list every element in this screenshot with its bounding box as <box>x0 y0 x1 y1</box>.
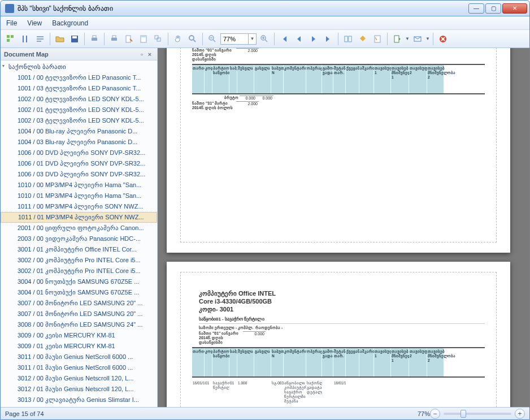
minimize-button[interactable]: — <box>468 3 484 14</box>
scale-icon[interactable] <box>151 32 165 46</box>
menu-file[interactable]: File <box>6 19 17 27</box>
svg-point-17 <box>189 36 194 40</box>
statusbar: Page 15 of 74 77% − + <box>1 407 529 419</box>
tree-item[interactable]: 3012 / 00 მაუსი Genius Netscroll 120, L.… <box>1 373 157 384</box>
svg-rect-2 <box>11 35 14 38</box>
page-setup-icon[interactable] <box>122 32 136 46</box>
magnifier-icon[interactable] <box>186 32 199 46</box>
tree-item[interactable]: 1002 / 00 ტელევიზორი LED SONY KDL-5... <box>1 94 157 105</box>
close-panel-icon[interactable]: × <box>146 51 154 58</box>
svg-rect-11 <box>112 36 116 38</box>
zoom-label: 77% <box>418 410 430 417</box>
docmap-icon[interactable] <box>33 32 47 46</box>
svg-rect-1 <box>7 39 10 42</box>
tree-item[interactable]: 1001 / 00 ტელევიზორი LED Panasonic T... <box>1 72 157 83</box>
zoom-out-button[interactable]: − <box>430 409 440 419</box>
email-icon[interactable] <box>411 32 424 46</box>
export-icon[interactable] <box>390 32 404 46</box>
page-15: კომპიუტერი Office INTEL Core i3-4330/4GB… <box>167 262 510 407</box>
hand-tool-icon[interactable] <box>171 32 185 46</box>
tree-item[interactable]: 3009 / 01 კეისი MERCURY KM-81 <box>1 341 157 352</box>
tree-item[interactable]: 1001 / 03 ტელევიზორი LED Panasonic T... <box>1 83 157 94</box>
tree-item[interactable]: 3007 / 00 მონიტორი LED SAMSUNG 20" ... <box>1 298 157 309</box>
tree-item[interactable]: 1006 / 01 DVD პლეიერი SONY DVP-SR32... <box>1 158 157 169</box>
find-icon[interactable] <box>19 32 32 46</box>
tree-item[interactable]: 1010 / 01 MP3/MP4 პლეიერი Hama "San... <box>1 190 157 201</box>
menubar: File View Background <box>1 16 529 30</box>
tree-item[interactable]: 3012 / 01 მაუსი Genius Netscroll 120, L.… <box>1 384 157 395</box>
multipage-icon[interactable] <box>341 32 355 46</box>
tree-item[interactable]: 3007 / 01 მონიტორი LED SAMSUNG 20" ... <box>1 309 157 319</box>
tree-item[interactable]: 3002 / 00 კომპიუტერი Pro INTEL Core i5..… <box>1 255 157 266</box>
tree-item[interactable]: 2001 / 00 ციფრული ფოტოკამერა Canon... <box>1 223 157 233</box>
zoom-combo[interactable]: 77%▼ <box>220 33 257 45</box>
svg-rect-5 <box>37 41 41 42</box>
svg-rect-9 <box>93 36 96 38</box>
menu-background[interactable]: Background <box>52 19 88 27</box>
svg-rect-22 <box>375 36 380 42</box>
tree-item[interactable]: 1002 / 01 ტელევიზორი LED SONY KDL-5... <box>1 105 157 115</box>
svg-rect-4 <box>37 38 44 40</box>
print-icon[interactable] <box>88 32 101 46</box>
tree-item[interactable]: 3002 / 01 კომპიუტერი Pro INTEL Core i5..… <box>1 266 157 276</box>
open-icon[interactable] <box>53 32 67 46</box>
tree-item[interactable]: 1006 / 00 DVD პლეიერი SONY DVP-SR32... <box>1 148 157 158</box>
tree-item[interactable]: 1006 / 03 DVD პლეიერი SONY DVP-SR32... <box>1 169 157 180</box>
color-icon[interactable] <box>356 32 370 46</box>
window-title: შპს "სხივი" საქონლის ბარათი <box>18 5 468 12</box>
svg-rect-12 <box>126 36 131 42</box>
svg-rect-16 <box>157 38 160 41</box>
app-icon <box>5 4 14 13</box>
document-tree[interactable]: საქონლის ბარათი 1001 / 00 ტელევიზორი LED… <box>1 60 157 407</box>
chevron-down-icon[interactable]: ▼ <box>248 34 256 44</box>
svg-rect-14 <box>141 36 146 37</box>
tree-item[interactable]: 3009 / 00 კეისი MERCURY KM-81 <box>1 330 157 341</box>
prev-page-icon[interactable] <box>292 32 306 46</box>
svg-rect-0 <box>7 35 10 38</box>
document-map-panel: Document Map ▫ × საქონლის ბარათი 1001 / … <box>1 48 158 407</box>
pin-icon[interactable]: ▫ <box>138 51 146 58</box>
maximize-button[interactable]: ▢ <box>485 3 501 14</box>
svg-rect-20 <box>345 36 347 42</box>
slider-thumb[interactable] <box>461 410 466 418</box>
first-page-icon[interactable] <box>277 32 291 46</box>
tree-item[interactable]: 1004 / 03 Blu-ray პლეიერი Panasonic D... <box>1 137 157 148</box>
save-icon[interactable] <box>68 32 81 46</box>
tree-item[interactable]: 3011 / 01 მაუსი Genius NetScroll 6000 ..… <box>1 362 157 373</box>
tree-item[interactable]: 1002 / 03 ტელევიზორი LED SONY KDL-5... <box>1 115 157 126</box>
tree-root[interactable]: საქონლის ბარათი <box>1 62 157 72</box>
close-button[interactable]: ✕ <box>502 3 527 14</box>
print-preview-icon[interactable] <box>107 32 121 46</box>
header-footer-icon[interactable] <box>137 32 150 46</box>
zoom-out-icon[interactable] <box>206 32 219 46</box>
preview-area[interactable]: ნაშთი "01" იანვარი 2014წ. დღის დასაწყისშ… <box>158 48 529 407</box>
tree-item[interactable]: 3001 / 01 კომპიუტერი Office INTEL Cor... <box>1 244 157 255</box>
svg-rect-21 <box>349 36 351 42</box>
product-code: კოდი- 3001 <box>199 305 485 313</box>
thumbnails-icon[interactable] <box>4 32 18 46</box>
tree-item[interactable]: 1011 / 01 MP3/MP4 პლეიერი SONY NWZ... <box>1 212 157 223</box>
tree-item[interactable]: 1010 / 00 MP3/MP4 პლეიერი Hama "San... <box>1 180 157 190</box>
last-page-icon[interactable] <box>322 32 335 46</box>
zoom-in-icon[interactable] <box>258 32 271 46</box>
zoom-slider[interactable] <box>444 413 511 415</box>
titlebar: შპს "სხივი" საქონლის ბარათი — ▢ ✕ <box>1 1 529 16</box>
tree-item[interactable]: 1004 / 00 Blu-ray პლეიერი Panasonic D... <box>1 126 157 137</box>
menu-view[interactable]: View <box>27 19 42 27</box>
tree-item[interactable]: 2003 / 00 ვიდეოკამერა Panasonic HDC-... <box>1 233 157 244</box>
tree-item[interactable]: 3011 / 00 მაუსი Genius NetScroll 6000 ..… <box>1 352 157 362</box>
document-map-header: Document Map ▫ × <box>1 48 157 60</box>
exit-icon[interactable] <box>436 32 450 46</box>
svg-rect-15 <box>155 36 158 39</box>
tree-item[interactable]: 3004 / 00 ნოუთბუქი SAMSUNG 670Z5E ... <box>1 276 157 287</box>
svg-rect-8 <box>92 38 97 41</box>
tree-item[interactable]: 1011 / 00 MP3/MP4 პლეიერი SONY NWZ... <box>1 201 157 212</box>
watermark-icon[interactable] <box>371 32 384 46</box>
tree-item[interactable]: 3004 / 01 ნოუთბუქი SAMSUNG 670Z5E ... <box>1 287 157 298</box>
zoom-in-button[interactable]: + <box>515 409 525 419</box>
page-14: ნაშთი "01" იანვარი 2014წ. დღის დასაწყისშ… <box>167 48 510 253</box>
next-page-icon[interactable] <box>307 32 320 46</box>
zoom-value: 77% <box>223 36 236 42</box>
tree-item[interactable]: 3008 / 00 მონიტორი LED SAMSUNG 24" ... <box>1 319 157 330</box>
tree-item[interactable]: 3013 / 00 კლავიატურა Genius Slimstar I..… <box>1 395 157 405</box>
